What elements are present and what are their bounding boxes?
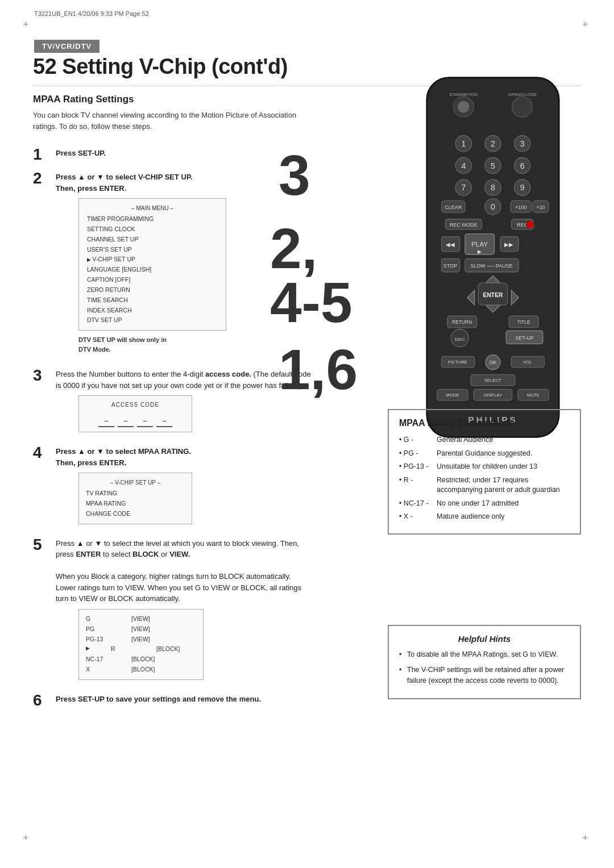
access-code-box: ACCESS CODE – – – – (78, 395, 192, 432)
step-5: 5 Press ▲ or ▼ to select the level at wh… (33, 537, 312, 685)
access-code-fields: – – – – (86, 415, 185, 427)
access-code-label: ACCESS CODE (86, 400, 185, 409)
rating-x-value: [BLOCK] (131, 665, 165, 675)
menu-users: USER'S SET UP (86, 245, 219, 255)
step-1-content: Press SET-UP. (56, 147, 312, 159)
remote-svg: STANDBY/ON OPEN/CLOSE 1 2 3 4 5 6 7 8 9 … (405, 74, 581, 456)
svg-text:OK: OK (489, 360, 496, 365)
rating-row-pg: PG [VIEW] (86, 624, 196, 635)
step-1-number: 1 (33, 147, 56, 162)
svg-text:▶▶: ▶▶ (504, 241, 513, 248)
mpaa-rating-nc17: • NC-17 - (399, 499, 433, 509)
svg-text:SLOW ── PAUSE: SLOW ── PAUSE (470, 263, 512, 269)
step-2-text: Press ▲ or ▼ to select V-CHIP SET UP.The… (56, 173, 193, 193)
rating-g-value: [VIEW] (131, 614, 165, 624)
rating-x: X (86, 665, 114, 675)
svg-text:ENTER: ENTER (483, 292, 503, 298)
section-title: MPAA Rating Settings (33, 94, 134, 105)
step-3: 3 Press the Number buttons to enter the … (33, 368, 312, 437)
mpaa-item-nc17: • NC-17 - No one under 17 admitted (399, 499, 570, 509)
remote-control-area: STANDBY/ON OPEN/CLOSE 1 2 3 4 5 6 7 8 9 … (405, 74, 581, 375)
svg-text:PICTURE: PICTURE (448, 360, 467, 365)
svg-text:SELECT: SELECT (484, 378, 501, 383)
menu-caption: CAPTION [OFF] (86, 275, 219, 285)
step-4-number: 4 (33, 445, 56, 461)
svg-text:3: 3 (520, 139, 525, 148)
mpaa-explanations-box: MPAA Rating Explanations • G - General A… (388, 409, 581, 535)
crosshair-top-left (22, 22, 33, 33)
svg-text:PLAY: PLAY (471, 240, 488, 248)
svg-text:2: 2 (491, 139, 495, 148)
svg-text:1: 1 (461, 139, 466, 148)
svg-text:8: 8 (491, 183, 495, 192)
menu-timer: TIMER PROGRAMMING (86, 214, 219, 224)
mpaa-rating-pg13: • PG-13 - (399, 462, 433, 472)
menu-dtv: DTV SET UP (86, 315, 219, 326)
dtv-note-text: DTV SET UP will show only inDTV Mode. (78, 336, 167, 353)
rating-row-r: ▶ R [BLOCK] (86, 644, 196, 654)
svg-text:7: 7 (461, 183, 466, 192)
rating-nc17: NC-17 (86, 654, 114, 665)
main-menu-box: – MAIN MENU – TIMER PROGRAMMING SETTING … (78, 198, 226, 331)
crosshair-bottom-right (581, 835, 592, 846)
step-6: 6 Press SET-UP to save your settings and… (33, 692, 312, 708)
dtv-note: DTV SET UP will show only inDTV Mode. (78, 335, 312, 354)
step-6-text: Press SET-UP to save your settings and r… (56, 695, 261, 703)
vchip-tv-rating: TV RATING (86, 489, 185, 499)
access-code-field-1: – (98, 415, 114, 427)
menu-vchip: V-CHIP SET UP (86, 254, 219, 265)
menu-time: TIME SEARCH (86, 295, 219, 306)
svg-point-4 (512, 97, 533, 117)
step-3-number: 3 (33, 368, 56, 383)
step-5-content: Press ▲ or ▼ to select the level at whic… (56, 537, 312, 685)
svg-text:TITLE: TITLE (517, 319, 530, 325)
svg-text:DISPLAY: DISPLAY (484, 393, 502, 398)
hint-1: To disable all the MPAA Ratings, set G t… (399, 649, 570, 660)
step-6-number: 6 (33, 692, 56, 708)
vchip-mpaa-rating: MPAA RATING (86, 499, 185, 509)
access-code-field-4: – (156, 415, 172, 427)
svg-text:9: 9 (520, 183, 525, 192)
menu-channel: CHANNEL SET UP (86, 235, 219, 245)
svg-text:MUTE: MUTE (527, 393, 540, 398)
mpaa-rating-x: • X - (399, 512, 433, 522)
rating-r-value: [BLOCK] (156, 644, 190, 654)
intro-text: You can block TV channel viewing accordi… (33, 110, 306, 132)
step-5-extra: When you Block a category, higher rating… (56, 572, 301, 603)
mpaa-rating-g: • G - (399, 435, 433, 445)
crosshair-bottom-left (22, 835, 33, 846)
svg-point-2 (458, 101, 470, 113)
step-6-content: Press SET-UP to save your settings and r… (56, 692, 312, 705)
big-step-245: 2,4-5 (270, 222, 352, 329)
step-3-content: Press the Number buttons to enter the 4-… (56, 368, 312, 437)
rating-r-marker: ▶ (86, 644, 94, 654)
page-title: 52 Setting V-Chip (cont'd) (33, 55, 288, 79)
page-header: T3221UB_EN1 4/20/06 9:33 PM Page 52 (34, 10, 580, 17)
svg-text:OPEN/CLOSE: OPEN/CLOSE (508, 92, 537, 97)
mpaa-rating-r: • R - (399, 475, 433, 495)
rating-r: R (111, 644, 139, 654)
svg-text:STOP: STOP (443, 263, 457, 269)
svg-text:+10: +10 (536, 205, 545, 210)
svg-text:MODE: MODE (446, 393, 459, 398)
tv-vcr-dtv-badge: TV/VCR/DTV (34, 40, 99, 53)
svg-text:4: 4 (461, 161, 466, 170)
menu-index: INDEX SEARCH (86, 306, 219, 316)
mpaa-desc-nc17: No one under 17 admitted (437, 499, 570, 509)
mpaa-item-x: • X - Mature audience only (399, 512, 570, 522)
rating-nc17-value: [BLOCK] (131, 654, 165, 665)
rating-row-g: G [VIEW] (86, 614, 196, 624)
svg-text:DISC: DISC (455, 337, 466, 342)
svg-text:6: 6 (520, 161, 525, 170)
big-step-3: 3 (279, 147, 310, 203)
vchip-menu-box: – V-CHIP SET UP – TV RATING MPAA RATING … (78, 473, 192, 524)
big-step-16: 1,6 (279, 341, 358, 398)
access-code-field-2: – (118, 415, 134, 427)
access-code-field-3: – (137, 415, 153, 427)
step-4-text: Press ▲ or ▼ to select MPAA RATING.Then,… (56, 447, 191, 467)
rating-row-nc17: NC-17 [BLOCK] (86, 654, 196, 665)
svg-text:5: 5 (491, 161, 495, 170)
mpaa-desc-x: Mature audience only (437, 512, 570, 522)
mpaa-item-pg: • PG - Parental Guidance suggested. (399, 449, 570, 459)
rating-pg-value: [VIEW] (131, 624, 165, 635)
